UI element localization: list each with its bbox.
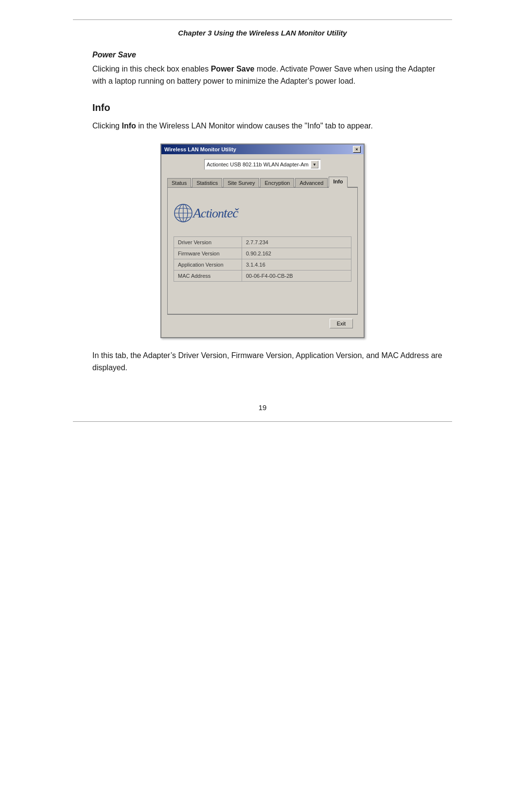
globe-icon (174, 203, 193, 223)
bottom-rule (73, 421, 452, 422)
top-rule (73, 19, 452, 20)
driver-version-value: 2.7.7.234 (242, 237, 351, 248)
logo-area: Actionteč (174, 194, 351, 233)
info-intro-text: Clicking Info in the Wireless LAN Monito… (92, 120, 442, 132)
app-version-value: 3.1.4.16 (242, 259, 351, 271)
dropdown-arrow[interactable]: ▼ (311, 161, 318, 168)
mac-address-label: MAC Address (174, 271, 242, 282)
win-bottom-bar: Exit (167, 314, 358, 332)
tab-status[interactable]: Status (167, 178, 191, 187)
tab-advanced[interactable]: Advanced (295, 178, 328, 187)
tab-info[interactable]: Info (329, 177, 347, 188)
driver-version-label: Driver Version (174, 237, 242, 248)
table-row: Driver Version 2.7.7.234 (174, 237, 351, 248)
table-row: Application Version 3.1.4.16 (174, 259, 351, 271)
win-tabs: Status Statistics Site Survey Encryption… (167, 176, 358, 188)
win-tab-content: Actionteč Driver Version 2.7.7.234 Firm… (167, 188, 358, 314)
win-close-button[interactable]: × (353, 146, 361, 153)
screenshot-wrapper: Wireless LAN Monitor Utility × Actiontec… (73, 144, 452, 338)
info-table: Driver Version 2.7.7.234 Firmware Versio… (174, 236, 351, 282)
app-version-label: Application Version (174, 259, 242, 271)
win-titlebar: Wireless LAN Monitor Utility × (161, 144, 364, 154)
win-body: Actiontec USB 802.11b WLAN Adapter-Am ▼ … (161, 154, 364, 337)
firmware-version-label: Firmware Version (174, 248, 242, 259)
table-row: MAC Address 00-06-F4-00-CB-2B (174, 271, 351, 282)
power-save-heading: Power Save (92, 51, 452, 59)
win-title: Wireless LAN Monitor Utility (164, 146, 236, 152)
dropdown-value: Actiontec USB 802.11b WLAN Adapter-Am (207, 162, 309, 167)
win-dialog: Wireless LAN Monitor Utility × Actiontec… (160, 144, 365, 338)
info-heading: Info (92, 102, 452, 113)
power-save-body: Clicking in this check box enables Power… (92, 63, 442, 88)
tab-encryption[interactable]: Encryption (260, 178, 294, 187)
bottom-text: In this tab, the Adapter’s Driver Versio… (92, 350, 442, 374)
chapter-heading: Chapter 3 Using the Wireless LAN Monitor… (73, 29, 452, 37)
dropdown-row: Actiontec USB 802.11b WLAN Adapter-Am ▼ (167, 159, 358, 170)
firmware-version-value: 0.90.2.162 (242, 248, 351, 259)
tab-site-survey[interactable]: Site Survey (223, 178, 259, 187)
page-number: 19 (73, 403, 452, 412)
exit-button[interactable]: Exit (330, 319, 353, 328)
mac-address-value: 00-06-F4-00-CB-2B (242, 271, 351, 282)
actiontec-logo-text: Actionteč (193, 205, 238, 221)
table-row: Firmware Version 0.90.2.162 (174, 248, 351, 259)
tab-statistics[interactable]: Statistics (192, 178, 222, 187)
adapter-dropdown[interactable]: Actiontec USB 802.11b WLAN Adapter-Am ▼ (204, 159, 321, 170)
